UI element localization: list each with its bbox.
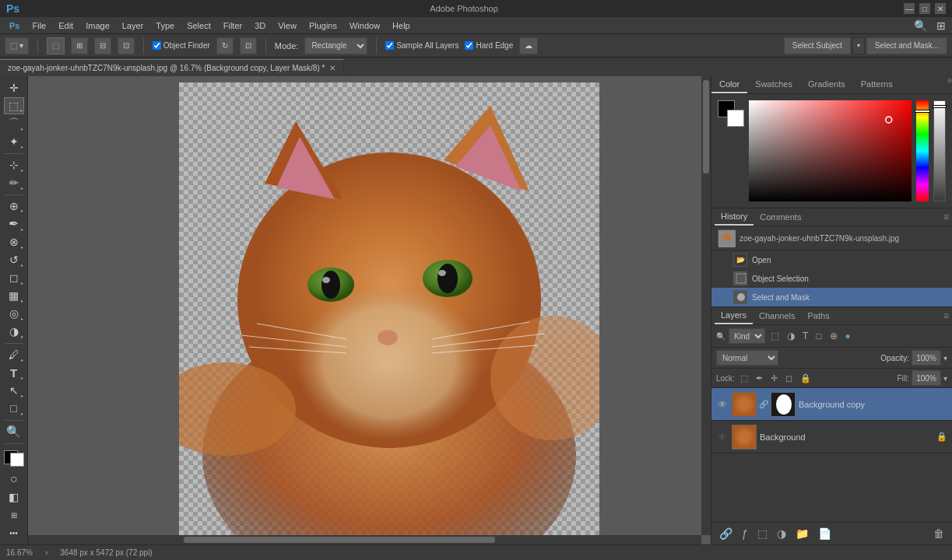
- history-panel-menu[interactable]: ≡: [943, 212, 949, 222]
- delete-layer-btn[interactable]: 🗑: [930, 526, 947, 541]
- tab-gradients[interactable]: Gradients: [800, 76, 853, 93]
- menu-select[interactable]: Select: [181, 19, 217, 32]
- object-finder-checkbox[interactable]: Object Finder: [153, 41, 210, 50]
- menu-edit[interactable]: Edit: [52, 19, 79, 32]
- tab-history[interactable]: History: [715, 208, 754, 226]
- filter-adjustment-btn[interactable]: ◑: [785, 330, 797, 342]
- zoom-tool[interactable]: 🔍: [4, 424, 24, 440]
- tab-close-btn[interactable]: ✕: [329, 64, 335, 72]
- add-selection-btn[interactable]: ⊞: [71, 37, 88, 54]
- lock-transparent-btn[interactable]: ⬚: [738, 373, 750, 384]
- lock-all-btn[interactable]: 🔒: [798, 373, 813, 384]
- refresh-btn[interactable]: ↻: [216, 37, 234, 54]
- marquee-tool[interactable]: ⬚ ▸: [4, 97, 24, 114]
- move-tool[interactable]: ✛: [4, 79, 24, 96]
- filter-pixel-btn[interactable]: ⬚: [768, 330, 782, 342]
- history-item-select-mask[interactable]: Select and Mask: [711, 288, 952, 306]
- add-effect-btn[interactable]: ƒ: [739, 526, 751, 541]
- menu-window[interactable]: Window: [343, 19, 386, 32]
- quick-mask-btn[interactable]: ○: [4, 471, 24, 488]
- new-layer-btn[interactable]: 📄: [815, 526, 834, 541]
- horizontal-scrollbar[interactable]: [28, 535, 701, 544]
- gradient-tool[interactable]: ▦ ▸: [4, 288, 24, 304]
- filter-type-btn[interactable]: T: [800, 330, 810, 342]
- menu-3d[interactable]: 3D: [248, 19, 272, 32]
- menu-filter[interactable]: Filter: [217, 19, 248, 32]
- hue-slider[interactable]: [916, 100, 929, 201]
- opacity-arrow[interactable]: ▾: [943, 354, 947, 362]
- clone-tool[interactable]: ⊗ ▸: [4, 234, 24, 250]
- tab-channels[interactable]: Channels: [753, 308, 801, 324]
- color-spectrum[interactable]: [749, 100, 912, 201]
- new-fill-btn[interactable]: ◑: [774, 526, 789, 541]
- color-panel-menu[interactable]: ≡: [947, 76, 952, 93]
- vertical-scroll-thumb[interactable]: [703, 80, 709, 173]
- menu-type[interactable]: Type: [149, 19, 181, 32]
- artboards-btn[interactable]: ⊞: [4, 507, 24, 523]
- tab-comments[interactable]: Comments: [754, 209, 807, 225]
- layer-row-background[interactable]: 👁 Background 🔒: [711, 421, 952, 453]
- opacity-input[interactable]: [912, 350, 941, 366]
- crop-tool[interactable]: ⊹ ▸: [4, 156, 24, 173]
- cloud-btn[interactable]: ☁: [519, 37, 538, 54]
- filter-active-btn[interactable]: ●: [843, 330, 853, 342]
- type-tool[interactable]: T ▸: [4, 365, 24, 381]
- lock-position-btn[interactable]: ✛: [768, 373, 780, 384]
- fg-bg-colors[interactable]: [4, 450, 24, 467]
- tab-color[interactable]: Color: [711, 76, 747, 93]
- new-selection-btn[interactable]: ⬚: [47, 37, 65, 54]
- vertical-scrollbar[interactable]: [701, 76, 711, 535]
- history-brush-tool[interactable]: ↺ ▸: [4, 252, 24, 268]
- heal-tool[interactable]: ⊕ ▸: [4, 198, 24, 214]
- mode-select[interactable]: Rectangle Ellipse Fixed Ratio Fixed Size: [304, 37, 367, 54]
- tab-paths[interactable]: Paths: [802, 308, 836, 324]
- sample-all-layers-checkbox[interactable]: Sample All Layers: [385, 41, 458, 50]
- layers-panel-menu[interactable]: ≡: [943, 310, 949, 321]
- select-subject-dropdown[interactable]: ▾: [852, 37, 865, 54]
- select-subject-btn[interactable]: Select Subject: [784, 37, 851, 54]
- tab-layers[interactable]: Layers: [715, 307, 753, 324]
- lock-paint-btn[interactable]: ✒: [754, 373, 765, 384]
- layer-row-background-copy[interactable]: 👁 🔗 Background copy: [711, 388, 952, 421]
- new-group-btn[interactable]: 📁: [792, 526, 812, 541]
- tab-swatches[interactable]: Swatches: [747, 76, 800, 93]
- workspaces-icon-btn[interactable]: ⊞: [933, 18, 949, 33]
- magic-wand-tool[interactable]: ✦ ▸: [4, 134, 24, 150]
- menu-view[interactable]: View: [272, 19, 303, 32]
- layer-eye-bg-copy[interactable]: 👁: [716, 398, 729, 411]
- horizontal-scroll-thumb[interactable]: [184, 537, 495, 543]
- bg-swatch[interactable]: [727, 110, 744, 127]
- screen-mode-btn[interactable]: ◧: [4, 489, 24, 506]
- path-select-tool[interactable]: ↖ ▸: [4, 383, 24, 399]
- lasso-tool[interactable]: ⌒ ▸: [4, 116, 24, 132]
- layer-eye-bg[interactable]: 👁: [716, 431, 729, 443]
- feather-btn[interactable]: ⊡: [240, 37, 257, 54]
- menu-layer[interactable]: Layer: [116, 19, 150, 32]
- background-color[interactable]: [10, 453, 24, 467]
- history-item-open[interactable]: 📂 Open: [711, 250, 952, 269]
- shape-tool[interactable]: □ ▸: [4, 401, 24, 417]
- dodge-tool[interactable]: ◑ ▸: [4, 324, 24, 340]
- brush-tool[interactable]: ✒ ▸: [4, 215, 24, 232]
- layer-link-btn[interactable]: 🔗: [716, 526, 736, 541]
- select-and-mask-btn[interactable]: Select and Mask...: [866, 37, 947, 54]
- menu-ps[interactable]: Ps: [3, 19, 26, 32]
- alpha-slider[interactable]: [933, 100, 946, 201]
- blur-tool[interactable]: ◎ ▸: [4, 306, 24, 322]
- menu-help[interactable]: Help: [386, 19, 416, 32]
- tab-patterns[interactable]: Patterns: [853, 76, 901, 93]
- filter-shape-btn[interactable]: □: [813, 330, 824, 342]
- hard-edge-checkbox[interactable]: Hard Edge: [465, 41, 513, 50]
- close-button[interactable]: ✕: [935, 3, 946, 14]
- tool-preset-btn[interactable]: ⬚ ▾: [5, 37, 29, 54]
- canvas-area[interactable]: [28, 76, 711, 544]
- extra-tools-btn[interactable]: •••: [4, 525, 24, 541]
- history-item-object-selection[interactable]: Object Selection: [711, 269, 952, 288]
- pen-tool[interactable]: 🖊 ▸: [4, 347, 24, 363]
- menu-image[interactable]: Image: [79, 19, 116, 32]
- search-icon-btn[interactable]: 🔍: [911, 18, 930, 33]
- layers-kind-select[interactable]: Kind: [729, 328, 765, 344]
- blend-mode-select[interactable]: Normal Multiply Screen: [716, 350, 778, 366]
- lock-artboard-btn[interactable]: ◻: [783, 373, 795, 384]
- subtract-selection-btn[interactable]: ⊟: [94, 37, 111, 54]
